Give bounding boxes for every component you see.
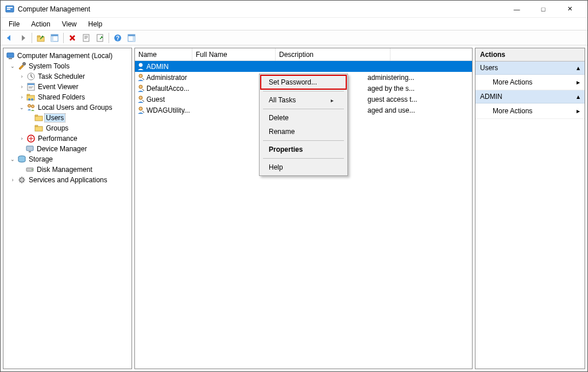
svg-rect-12 xyxy=(128,34,135,36)
svg-rect-1 xyxy=(7,7,13,8)
menu-action[interactable]: Action xyxy=(26,19,55,29)
svg-rect-19 xyxy=(28,83,34,85)
expand-icon[interactable]: › xyxy=(18,135,25,142)
tree-groups[interactable]: Groups xyxy=(5,123,130,133)
tree-performance[interactable]: › Performance xyxy=(5,133,130,144)
delete-button[interactable] xyxy=(66,32,79,44)
actions-section-users[interactable]: Users ▴ xyxy=(475,62,585,75)
tree-label: Local Users and Groups xyxy=(37,103,113,112)
svg-rect-29 xyxy=(29,151,31,152)
tree-label: Groups xyxy=(45,124,69,132)
user-icon xyxy=(136,62,145,71)
svg-point-32 xyxy=(32,169,33,170)
ctx-label: All Tasks xyxy=(269,96,296,104)
menu-help[interactable]: Help xyxy=(84,19,107,29)
user-icon xyxy=(136,95,145,104)
svg-rect-5 xyxy=(51,34,58,36)
tree-label: Users xyxy=(45,114,65,122)
navigation-tree[interactable]: Computer Management (Local) ⌄ System Too… xyxy=(3,48,131,187)
tree-disk-management[interactable]: Disk Management xyxy=(5,164,130,175)
minimize-button[interactable]: — xyxy=(504,1,530,18)
tree-storage[interactable]: ⌄ Storage xyxy=(5,154,130,164)
collapse-icon[interactable]: ⌄ xyxy=(9,63,16,70)
tree-label: Disk Management xyxy=(36,166,94,174)
folder-icon xyxy=(34,113,44,122)
actions-pane: Actions Users ▴ More Actions ▸ ADMIN ▴ M… xyxy=(475,48,585,369)
context-menu: Set Password... All Tasks Delete Rename … xyxy=(259,74,348,176)
tree-task-scheduler[interactable]: › Task Scheduler xyxy=(5,71,130,82)
tree-event-viewer[interactable]: › Event Viewer xyxy=(5,82,130,92)
show-hide-tree-button[interactable] xyxy=(48,32,61,44)
folder-icon xyxy=(34,124,44,133)
svg-point-37 xyxy=(139,96,142,99)
collapse-icon: ▴ xyxy=(577,93,580,101)
properties-button[interactable] xyxy=(80,32,92,44)
menu-file[interactable]: File xyxy=(4,19,24,29)
col-name[interactable]: Name xyxy=(135,48,192,60)
expand-icon[interactable]: › xyxy=(18,94,25,101)
ctx-separator xyxy=(263,109,344,109)
maximize-button[interactable]: □ xyxy=(530,1,556,18)
ctx-separator xyxy=(263,158,344,159)
ctx-properties[interactable]: Properties xyxy=(261,143,346,156)
up-button[interactable] xyxy=(34,32,47,44)
cell-name: ADMIN xyxy=(146,63,169,71)
tree-shared-folders[interactable]: › Shared Folders xyxy=(5,92,130,102)
ctx-rename[interactable]: Rename xyxy=(261,125,346,139)
clock-icon xyxy=(26,72,36,81)
tree-label: System Tools xyxy=(28,62,71,70)
performance-icon xyxy=(26,134,36,143)
expand-icon[interactable]: › xyxy=(18,73,25,80)
svg-rect-25 xyxy=(35,116,42,121)
svg-rect-13 xyxy=(133,36,135,41)
tree-device-manager[interactable]: Device Manager xyxy=(5,144,130,154)
actions-section-admin[interactable]: ADMIN ▴ xyxy=(475,90,585,103)
ctx-label: Set Password... xyxy=(269,78,317,86)
svg-rect-28 xyxy=(26,146,33,151)
tree-system-tools[interactable]: ⌄ System Tools xyxy=(5,61,130,71)
ctx-set-password[interactable]: Set Password... xyxy=(261,75,346,89)
actions-more-1[interactable]: More Actions ▸ xyxy=(475,75,585,90)
show-hide-action-pane-button[interactable] xyxy=(125,32,138,44)
tree-local-users-groups[interactable]: ⌄ Local Users and Groups xyxy=(5,102,130,113)
menu-view[interactable]: View xyxy=(57,19,82,29)
tree-label: Device Manager xyxy=(36,145,88,153)
tree-root[interactable]: Computer Management (Local) xyxy=(5,51,130,61)
svg-point-38 xyxy=(139,107,142,110)
ctx-all-tasks[interactable]: All Tasks xyxy=(261,93,346,107)
user-icon xyxy=(136,73,145,82)
svg-rect-26 xyxy=(35,126,42,131)
chevron-right-icon xyxy=(331,96,334,104)
chevron-right-icon: ▸ xyxy=(577,107,580,115)
collapse-icon[interactable]: ⌄ xyxy=(18,104,25,111)
col-description[interactable]: Description xyxy=(276,48,390,60)
ctx-delete[interactable]: Delete xyxy=(261,111,346,125)
list-row[interactable]: ADMIN xyxy=(135,61,472,72)
svg-rect-7 xyxy=(83,34,89,41)
ctx-label: Rename xyxy=(269,128,295,136)
export-button[interactable] xyxy=(94,32,106,44)
actions-more-2[interactable]: More Actions ▸ xyxy=(475,103,585,119)
expand-icon[interactable]: › xyxy=(18,83,25,90)
collapse-icon[interactable]: ⌄ xyxy=(9,156,16,163)
user-icon xyxy=(136,84,145,93)
svg-point-35 xyxy=(139,74,142,78)
tools-icon xyxy=(17,62,26,71)
forward-button[interactable] xyxy=(17,32,29,44)
expand-icon[interactable]: › xyxy=(9,177,16,183)
svg-point-23 xyxy=(28,105,31,108)
ctx-separator xyxy=(263,140,344,141)
col-full-name[interactable]: Full Name xyxy=(192,48,276,60)
back-button[interactable] xyxy=(3,32,16,44)
tree-label: Computer Management (Local) xyxy=(16,52,114,60)
help-button[interactable]: ? xyxy=(111,32,124,44)
ctx-help[interactable]: Help xyxy=(261,160,346,174)
tree-services-apps[interactable]: › Services and Applications xyxy=(5,175,130,185)
svg-point-24 xyxy=(32,105,34,108)
tree-label: Shared Folders xyxy=(37,93,86,101)
tree-pane: Computer Management (Local) ⌄ System Too… xyxy=(3,48,132,369)
close-button[interactable]: ✕ xyxy=(556,1,583,18)
tree-users[interactable]: Users xyxy=(5,113,130,123)
window-title: Computer Management xyxy=(18,5,90,13)
device-icon xyxy=(25,144,34,154)
